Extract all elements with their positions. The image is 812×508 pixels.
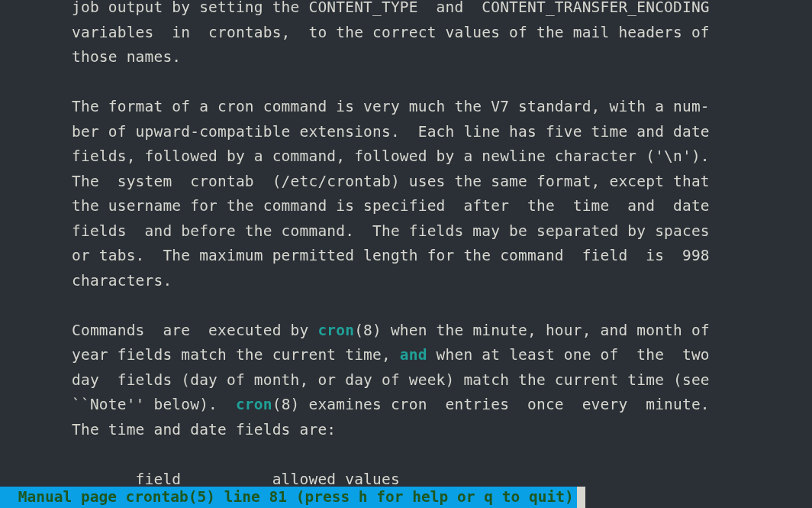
man-page-text: field allowed values xyxy=(72,471,400,488)
man-page-line: the username for the command is specifie… xyxy=(72,194,812,219)
man-page-line: fields and before the command. The field… xyxy=(72,219,812,244)
man-page-line: day fields (day of month, or day of week… xyxy=(72,368,812,393)
man-page-line: The format of a cron command is very muc… xyxy=(72,95,812,120)
man-page-ref: and xyxy=(400,346,427,364)
man-page-line xyxy=(72,442,812,468)
man-page-text: day fields (day of month, or day of week… xyxy=(72,371,710,389)
man-page-ref: cron xyxy=(236,396,272,413)
man-page-line: variables in crontabs, to the correct va… xyxy=(72,21,812,46)
man-page-ref: cron xyxy=(317,322,354,339)
man-page-line: or tabs. The maximum permitted length fo… xyxy=(72,244,812,269)
pager-status-text: Manual page crontab(5) line 81 (press h … xyxy=(0,487,577,508)
man-page-line: fields, followed by a command, followed … xyxy=(72,144,812,170)
man-page-line xyxy=(72,293,812,319)
pager-status-bar: Manual page crontab(5) line 81 (press h … xyxy=(0,487,585,508)
man-page-line: ber of upward-compatible extensions. Eac… xyxy=(72,120,812,145)
man-page-text: when at least one of the two xyxy=(427,346,710,364)
man-page-text: or tabs. The maximum permitted length fo… xyxy=(72,247,710,264)
man-page-line: The time and date fields are: xyxy=(72,418,812,443)
man-page-text: the username for the command is specifie… xyxy=(72,197,710,215)
man-page-text: characters. xyxy=(72,272,172,290)
man-page-line: job output by setting the CONTENT_TYPE a… xyxy=(72,0,812,21)
terminal-content[interactable]: job output by setting the CONTENT_TYPE a… xyxy=(0,0,812,492)
man-page-text: The time and date fields are: xyxy=(72,421,336,438)
man-page-line: The system crontab (/etc/crontab) uses t… xyxy=(72,170,812,195)
cursor xyxy=(577,487,585,508)
man-page-line: those names. xyxy=(72,45,812,70)
man-page-line: ``Note'' below). cron(8) examines cron e… xyxy=(72,393,812,418)
man-page-text: fields, followed by a command, followed … xyxy=(72,147,710,165)
man-page-line xyxy=(72,70,812,95)
man-page-text: variables in crontabs, to the correct va… xyxy=(72,24,710,41)
man-page-text: The system crontab (/etc/crontab) uses t… xyxy=(72,173,710,190)
man-page-text: The format of a cron command is very muc… xyxy=(72,98,710,115)
man-page-text: Commands are executed by xyxy=(72,322,317,339)
man-page-text: those names. xyxy=(72,48,181,66)
man-page-line: characters. xyxy=(72,269,812,294)
man-page-text: (8) examines cron entries once every min… xyxy=(272,396,710,413)
man-page-text: (8) when the minute, hour, and month of xyxy=(354,322,710,339)
man-page-text: fields and before the command. The field… xyxy=(72,222,710,240)
man-page-line: year fields match the current time, and … xyxy=(72,343,812,368)
man-page-text: ber of upward-compatible extensions. Eac… xyxy=(72,123,710,141)
man-page-text: job output by setting the CONTENT_TYPE a… xyxy=(72,0,710,16)
man-page-text: ``Note'' below). xyxy=(72,396,236,413)
man-page-text: year fields match the current time, xyxy=(72,346,400,364)
man-page-line: Commands are executed by cron(8) when th… xyxy=(72,319,812,344)
